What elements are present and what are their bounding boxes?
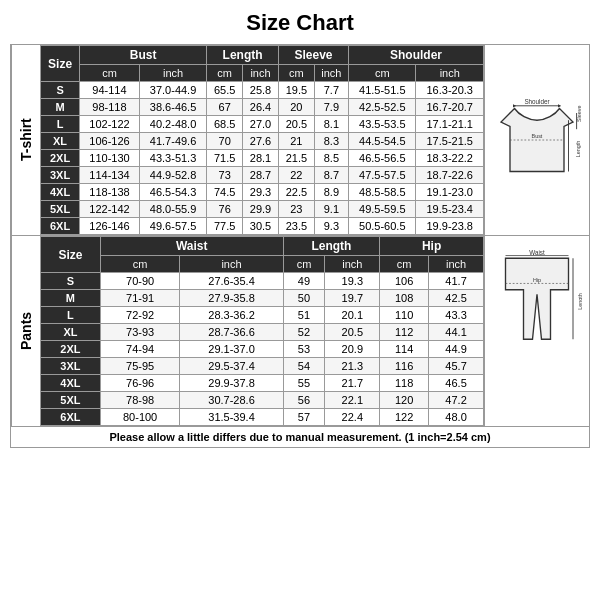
svg-text:Waist: Waist <box>529 249 545 256</box>
tshirt-diagram: Shoulder Sleeve Bust Length <box>492 90 582 190</box>
tshirt-row: S94-11437.0-44.965.525.819.57.741.5-51.5… <box>41 82 484 99</box>
pants-table: Size Waist Length Hip cm inch cm inch cm… <box>40 236 484 426</box>
pants-row: XL73-9328.7-36.65220.511244.1 <box>41 324 484 341</box>
tshirt-bust-header: Bust <box>80 46 207 65</box>
pants-row: 2XL74-9429.1-37.05320.911444.9 <box>41 341 484 358</box>
pants-row: 4XL76-9629.9-37.85521.711846.5 <box>41 375 484 392</box>
tshirt-shoulder-header: Shoulder <box>349 46 484 65</box>
tshirt-row: 5XL122-14248.0-55.97629.9239.149.5-59.51… <box>41 201 484 218</box>
page-title: Size Chart <box>10 10 590 36</box>
svg-text:Bust: Bust <box>532 133 543 139</box>
svg-text:Length: Length <box>575 141 581 157</box>
pants-size-header: Size <box>41 237 101 273</box>
pants-row: S70-9027.6-35.44919.310641.7 <box>41 273 484 290</box>
pants-row: 3XL75-9529.5-37.45421.311645.7 <box>41 358 484 375</box>
pants-row: 5XL78-9830.7-28.65622.112047.2 <box>41 392 484 409</box>
pants-row: L72-9228.3-36.25120.111043.3 <box>41 307 484 324</box>
pants-length-header: Length <box>283 237 380 256</box>
pants-row: 6XL80-10031.5-39.45722.412248.0 <box>41 409 484 426</box>
tshirt-row: L102-12240.2-48.068.527.020.58.143.5-53.… <box>41 116 484 133</box>
tshirt-row: XL106-12641.7-49.67027.6218.344.5-54.517… <box>41 133 484 150</box>
tshirt-label: T-shirt <box>11 45 40 235</box>
svg-text:Length: Length <box>577 293 582 309</box>
pants-label: Pants <box>11 236 40 426</box>
tshirt-row: 4XL118-13846.5-54.374.529.322.58.948.5-5… <box>41 184 484 201</box>
svg-text:Shoulder: Shoulder <box>524 98 549 105</box>
tshirt-row: 3XL114-13444.9-52.87328.7228.747.5-57.51… <box>41 167 484 184</box>
tshirt-table: Size Bust Length Sleeve Shoulder cm inch… <box>40 45 484 235</box>
pants-waist-header: Waist <box>100 237 283 256</box>
pants-row: M71-9127.9-35.85019.710842.5 <box>41 290 484 307</box>
svg-text:Sleeve: Sleeve <box>576 106 582 122</box>
tshirt-length-header: Length <box>207 46 279 65</box>
pants-hip-header: Hip <box>380 237 484 256</box>
tshirt-row: M98-11838.6-46.56726.4207.942.5-52.516.7… <box>41 99 484 116</box>
footer-note: Please allow a little differs due to man… <box>11 426 589 447</box>
tshirt-sleeve-header: Sleeve <box>278 46 348 65</box>
tshirt-row: 2XL110-13043.3-51.371.528.121.58.546.5-5… <box>41 150 484 167</box>
tshirt-row: 6XL126-14649.6-57.577.530.523.59.350.5-6… <box>41 218 484 235</box>
svg-text:Hip: Hip <box>533 277 541 283</box>
tshirt-size-header: Size <box>41 46 80 82</box>
pants-diagram: Waist Hip Length <box>492 246 582 356</box>
